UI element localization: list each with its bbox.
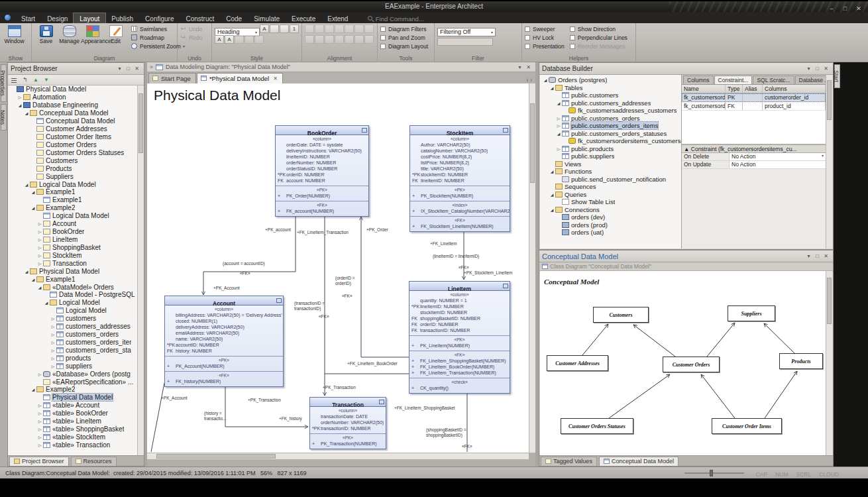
tree-item[interactable]: «EAReportSpecification» ...	[8, 378, 137, 386]
tree-item[interactable]: orders (uat)	[540, 229, 681, 237]
appearance-button[interactable]: Appearance	[81, 25, 104, 44]
show-direction-checkbox[interactable]: Show Direction	[570, 25, 627, 33]
tree-item[interactable]: orders (dev)	[540, 213, 681, 221]
font-larger-button[interactable]: A	[215, 35, 224, 44]
tree-item[interactable]: ◢Example2	[8, 204, 137, 212]
constraint-row[interactable]: On DeleteNo Action▾	[682, 153, 826, 161]
collapse-icon[interactable]: ◢	[43, 300, 50, 305]
bold-button[interactable]	[235, 35, 244, 44]
tree-item[interactable]: ▷BookOrder	[8, 228, 137, 236]
collapse-icon[interactable]: ◢	[555, 131, 562, 136]
database-builder-scrollbar[interactable]	[826, 75, 832, 248]
pin-icon[interactable]: □	[813, 66, 822, 72]
concept-entity-customer-orders[interactable]: Customer Orders	[663, 357, 720, 372]
tree-item[interactable]: Products	[8, 164, 137, 172]
chevron-down-icon[interactable]: ▾	[804, 66, 813, 72]
bottom-tab-resources[interactable]: Resources	[71, 457, 117, 466]
expand-icon[interactable]: ▷	[50, 332, 56, 337]
tree-item[interactable]: ▷Transaction	[8, 259, 137, 267]
align-button[interactable]	[354, 35, 364, 44]
tree-item[interactable]: ▷«table» StockItem	[8, 433, 137, 441]
collapse-icon[interactable]: ◢	[549, 207, 555, 212]
tree-item[interactable]: Show Table List	[540, 198, 681, 206]
pin-icon[interactable]: □	[124, 66, 133, 72]
grid-row[interactable]: fk_customersordersi...PKcustomerorder_id	[682, 93, 826, 102]
tree-item[interactable]: ◢Physical Data Model	[8, 267, 137, 275]
connector[interactable]	[633, 325, 675, 357]
close-button[interactable]: ✕	[853, 3, 864, 14]
concept-entity-customer-orders-statuses[interactable]: Customer Orders Statuses	[561, 418, 633, 434]
grid-header-type[interactable]: Type	[726, 85, 743, 93]
document-tab--physical-data-model[interactable]: *Physical Data Model✕	[197, 73, 283, 83]
filter-value-input[interactable]	[437, 38, 493, 46]
expand-icon[interactable]: ▷	[50, 340, 56, 345]
canvas-horizontal-scrollbar[interactable]	[147, 453, 529, 459]
fill-color-button[interactable]	[270, 25, 279, 33]
constraint-section-header[interactable]: ▲ Constraint (fk_customersordersitems_cu…	[682, 144, 826, 153]
tree-item[interactable]: ▷products	[8, 354, 137, 362]
save-button[interactable]: Save	[34, 25, 58, 44]
pan-and-zoom-checkbox[interactable]: Pan and Zoom	[380, 33, 431, 42]
connector[interactable]	[765, 371, 797, 418]
tree-item[interactable]: fk_customersordersitems_customersorc	[540, 137, 681, 145]
tree-item[interactable]: ◢Tables	[540, 84, 681, 92]
tree-item[interactable]: public.suppliers	[540, 152, 681, 160]
swimlanes-button[interactable]: Swimlanes	[131, 25, 185, 33]
diagram-layout-checkbox[interactable]: Diagram Layout	[380, 42, 431, 50]
tree-item[interactable]: ▷«table» Account	[8, 402, 137, 410]
entity-lineitem[interactable]: LineItem«column»quantity: NUMBER = 1*PKl…	[409, 281, 510, 394]
tree-item[interactable]: ◢«DataModel» Orders	[8, 283, 137, 291]
tree-item[interactable]: Customers	[8, 156, 137, 164]
scrollbar-thumb[interactable]	[156, 454, 276, 459]
tree-item[interactable]: public.customers	[540, 91, 681, 99]
chevron-down-icon[interactable]: ▾	[804, 253, 813, 259]
chevron-down-icon[interactable]: ▾	[515, 64, 524, 70]
window-button[interactable]: Window	[3, 25, 26, 44]
grid-header-name[interactable]: Name	[682, 85, 726, 93]
align-button[interactable]	[305, 35, 314, 44]
presentation-checkbox[interactable]: Presentation	[525, 42, 565, 50]
constraint-value-dropdown[interactable]: No Action▾	[730, 153, 826, 160]
minimize-button[interactable]: –	[826, 3, 837, 14]
collapse-icon[interactable]: ◢	[23, 269, 30, 274]
align-button[interactable]	[335, 25, 344, 33]
close-icon[interactable]: ✕	[133, 66, 141, 72]
concept-entity-products[interactable]: Products	[779, 353, 823, 369]
grid-header-columns[interactable]: Columns	[763, 85, 826, 93]
collapse-icon[interactable]: ◢	[549, 192, 555, 197]
tree-item[interactable]: ▷Automation	[8, 93, 137, 101]
tree-item[interactable]: ▷customers_orders_sta	[8, 346, 137, 354]
reorder-messages-checkbox[interactable]: Reorder Messages	[570, 42, 627, 50]
tree-item[interactable]: ◢Connections	[540, 206, 681, 214]
align-button[interactable]	[325, 35, 334, 44]
expand-icon[interactable]: ▷	[36, 221, 43, 226]
tree-item[interactable]: ▷customers_addresses	[8, 323, 137, 331]
tree-item[interactable]: ◢Example2	[8, 386, 137, 394]
scrollbar-thumb[interactable]	[530, 103, 535, 183]
tree-item[interactable]: ◢Logical Data Model	[8, 180, 137, 188]
tree-item[interactable]: ▷public.products	[540, 145, 681, 153]
expand-icon[interactable]: ▷	[36, 443, 43, 447]
tree-item[interactable]: ◢Functions	[540, 168, 681, 176]
underline-button[interactable]	[254, 35, 264, 44]
expand-icon[interactable]: ▷	[555, 123, 562, 128]
dbb-tab-sql-scratc-[interactable]: SQL Scratc...	[753, 76, 794, 84]
expand-icon[interactable]: ▷	[36, 261, 43, 266]
tree-item[interactable]: ▷LineItem	[8, 236, 137, 244]
diagram-filters-checkbox[interactable]: Diagram Filters	[380, 25, 431, 33]
expand-icon[interactable]: ▷	[50, 316, 56, 321]
pin-icon[interactable]: □	[813, 253, 822, 259]
redo-button[interactable]: ↪Redo	[180, 33, 209, 42]
tree-item[interactable]: ▷customers_orders_iter	[8, 339, 137, 347]
tree-item[interactable]: Example1	[8, 196, 137, 204]
move-down-icon[interactable]	[42, 76, 51, 84]
dock-tab-notes[interactable]: Notes	[1, 104, 7, 131]
align-button[interactable]	[354, 25, 364, 33]
expand-icon[interactable]: ▷	[50, 364, 56, 368]
tree-item[interactable]: ▷public.customers_orders	[540, 115, 681, 123]
close-icon[interactable]: ✕	[822, 253, 830, 259]
undo-button[interactable]: ↩Undo	[180, 25, 209, 33]
align-button[interactable]	[325, 25, 334, 33]
dbb-tab-database-[interactable]: Database ...	[795, 76, 826, 84]
zoom-slider-thumb[interactable]	[710, 470, 713, 476]
